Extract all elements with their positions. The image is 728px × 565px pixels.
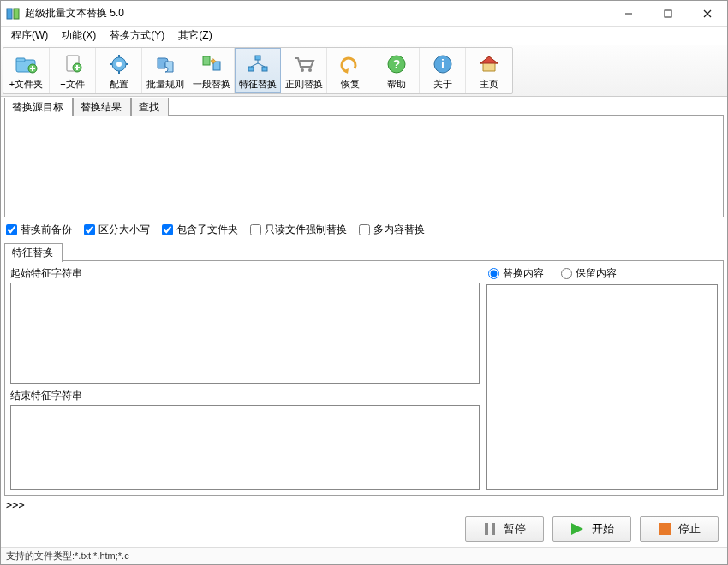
cart-icon xyxy=(290,52,318,76)
file-add-icon xyxy=(59,52,87,76)
menu-replace-mode[interactable]: 替换方式(Y) xyxy=(103,27,171,45)
pause-button[interactable]: 暂停 xyxy=(465,516,544,542)
svg-point-30 xyxy=(308,68,312,72)
svg-point-16 xyxy=(116,62,122,67)
toolbar-normal-replace[interactable]: 一般替换 xyxy=(188,48,235,93)
option-label: 区分大小写 xyxy=(98,223,150,237)
window-title: 超级批量文本替换 5.0 xyxy=(25,6,609,21)
start-button[interactable]: 开始 xyxy=(552,516,631,542)
end-feature-label: 结束特征字符串 xyxy=(10,389,480,403)
minimize-button[interactable] xyxy=(609,1,648,26)
maximize-button[interactable] xyxy=(648,1,688,26)
svg-rect-0 xyxy=(7,9,12,19)
checkbox-backup[interactable] xyxy=(6,224,17,235)
button-label: 停止 xyxy=(678,521,701,537)
svg-rect-23 xyxy=(255,56,260,60)
undo-arrow-icon xyxy=(337,52,364,76)
option-multi-content[interactable]: 多内容替换 xyxy=(359,223,425,237)
radio-label: 替换内容 xyxy=(503,266,544,281)
toolbar-label: 正则替换 xyxy=(285,78,323,91)
toolbar-label: +文件 xyxy=(60,78,84,91)
tab-source-target[interactable]: 替换源目标 xyxy=(4,98,73,116)
radio-keep-content[interactable]: 保留内容 xyxy=(561,266,617,281)
svg-text:i: i xyxy=(441,57,445,71)
end-feature-input[interactable] xyxy=(10,405,480,490)
toolbar-label: 帮助 xyxy=(387,78,406,91)
svg-point-29 xyxy=(301,68,304,72)
toolbar-label: +文件夹 xyxy=(9,78,43,91)
stop-icon xyxy=(658,522,671,536)
svg-rect-7 xyxy=(16,58,25,62)
body-area: 替换源目标 替换结果 查找 替换前备份 区分大小写 包含子文件夹 只读文件强制替… xyxy=(1,97,727,547)
start-feature-input[interactable] xyxy=(10,282,480,384)
toolbar: +文件夹 +文件 配置 批量规则 xyxy=(1,45,727,97)
status-text: 支持的文件类型:*.txt;*.htm;*.c xyxy=(6,550,129,562)
svg-rect-24 xyxy=(248,67,254,71)
close-button[interactable] xyxy=(688,1,727,26)
svg-marker-37 xyxy=(571,523,583,535)
toolbar-label: 配置 xyxy=(110,78,128,91)
checkbox-subfolders[interactable] xyxy=(162,224,173,235)
svg-line-27 xyxy=(251,63,258,67)
tab-feature-replace[interactable]: 特征替换 xyxy=(4,243,63,262)
feature-left-column: 起始特征字符串 结束特征字符串 xyxy=(10,266,480,490)
content-input[interactable] xyxy=(486,284,718,490)
action-bar: 暂停 开始 停止 xyxy=(4,513,724,544)
options-row: 替换前备份 区分大小写 包含子文件夹 只读文件强制替换 多内容替换 xyxy=(4,217,724,242)
tab-result[interactable]: 替换结果 xyxy=(73,98,131,116)
checkbox-force-readonly[interactable] xyxy=(250,224,261,235)
toolbar-config[interactable]: 配置 xyxy=(96,48,142,93)
checkbox-case-sensitive[interactable] xyxy=(84,224,95,235)
svg-line-28 xyxy=(258,63,265,67)
toolbar-feature-replace[interactable]: 特征替换 xyxy=(235,48,281,93)
start-feature-label: 起始特征字符串 xyxy=(10,266,480,281)
content-mode-radios: 替换内容 保留内容 xyxy=(486,266,718,281)
window-controls xyxy=(609,1,727,26)
option-label: 包含子文件夹 xyxy=(176,223,238,237)
svg-text:?: ? xyxy=(392,57,400,71)
lower-tabs: 特征替换 xyxy=(4,244,724,261)
menu-function[interactable]: 功能(X) xyxy=(55,27,103,45)
home-icon xyxy=(475,52,503,76)
radio-replace[interactable] xyxy=(488,268,499,279)
menu-program[interactable]: 程序(W) xyxy=(4,27,55,45)
option-case-sensitive[interactable]: 区分大小写 xyxy=(84,223,150,237)
toolbar-add-file[interactable]: +文件 xyxy=(50,48,96,93)
checkbox-multi-content[interactable] xyxy=(359,224,370,235)
stop-button[interactable]: 停止 xyxy=(640,516,719,542)
toolbar-regex-replace[interactable]: 正则替换 xyxy=(281,48,327,93)
status-bar: 支持的文件类型:*.txt;*.htm;*.c xyxy=(1,547,727,564)
menu-other[interactable]: 其它(Z) xyxy=(171,27,218,45)
app-window: 超级批量文本替换 5.0 程序(W) 功能(X) 替换方式(Y) 其它(Z) xyxy=(0,0,728,565)
toolbar-about[interactable]: i 关于 xyxy=(420,48,466,93)
toolbar-help[interactable]: ? 帮助 xyxy=(373,48,420,93)
tab-find[interactable]: 查找 xyxy=(131,98,169,116)
toolbar-batch-rule[interactable]: 批量规则 xyxy=(142,48,188,93)
source-target-panel xyxy=(4,115,724,217)
option-backup[interactable]: 替换前备份 xyxy=(6,223,72,237)
toolbar-label: 关于 xyxy=(433,78,452,91)
svg-rect-3 xyxy=(665,10,671,17)
radio-replace-content[interactable]: 替换内容 xyxy=(488,266,544,281)
toolbar-home[interactable]: 主页 xyxy=(466,48,512,93)
swap-icon xyxy=(198,52,225,76)
puzzle-icon xyxy=(152,52,179,76)
button-label: 开始 xyxy=(592,521,614,537)
toolbar-label: 恢复 xyxy=(341,78,360,91)
app-icon xyxy=(6,7,20,21)
toolbar-add-folder[interactable]: +文件夹 xyxy=(3,48,50,93)
feature-right-column: 替换内容 保留内容 xyxy=(486,266,718,490)
svg-rect-1 xyxy=(14,9,19,19)
option-subfolders[interactable]: 包含子文件夹 xyxy=(162,223,238,237)
button-label: 暂停 xyxy=(504,521,526,537)
upper-tabs: 替换源目标 替换结果 查找 xyxy=(4,98,724,116)
radio-keep[interactable] xyxy=(561,268,572,279)
toolbar-undo[interactable]: 恢复 xyxy=(327,48,373,93)
play-icon xyxy=(570,522,585,536)
svg-rect-25 xyxy=(262,67,267,71)
title-bar: 超级批量文本替换 5.0 xyxy=(1,1,727,27)
network-icon xyxy=(244,52,272,76)
option-force-readonly[interactable]: 只读文件强制替换 xyxy=(250,223,347,237)
svg-rect-36 xyxy=(492,523,495,535)
help-icon: ? xyxy=(383,52,410,76)
